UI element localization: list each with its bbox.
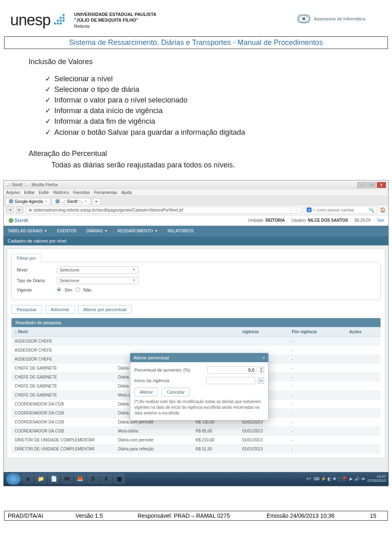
firefox-menubar[interactable]: ArquivoEditarExibirHistóricoFavoritosFer… (4, 189, 388, 196)
tray-icon[interactable]: 🕪 (361, 477, 365, 481)
taskbar-app-icon[interactable]: W (61, 474, 73, 484)
close-button[interactable]: ✕ (377, 182, 386, 188)
maximize-button[interactable]: ▭ (367, 182, 376, 188)
tray-icon[interactable]: 🔊 (354, 477, 359, 481)
radio-nao[interactable] (76, 287, 80, 292)
menubar-item[interactable]: Editar (24, 190, 35, 195)
menubar-item[interactable]: Ajuda (121, 190, 132, 195)
table-cell: - (289, 390, 346, 399)
taskbar-app-icon[interactable]: 📁 (35, 474, 47, 484)
unesp-wordmark: unesp (10, 11, 51, 29)
nav-item[interactable]: DIÁRIAS ▼ (82, 226, 111, 236)
taskbar-app-icon[interactable]: e (22, 474, 34, 484)
table-cell-actions (346, 381, 381, 390)
menubar-item[interactable]: Exibir (39, 190, 49, 195)
taskbar-app-icon[interactable]: X (100, 474, 112, 484)
nav-item[interactable]: TABELAS GERAIS ▼ (4, 226, 51, 236)
alterar-percentual-button[interactable]: Alterar por percentual (78, 305, 132, 314)
firefox-tabbar[interactable]: Google Agenda×..:: Sisrdt ::..×+ (4, 196, 388, 205)
pct-input[interactable] (207, 366, 256, 374)
new-tab-button[interactable]: + (92, 198, 100, 205)
tray-icon[interactable]: ◧ (327, 477, 331, 481)
lang-indicator[interactable]: PT (306, 477, 311, 481)
adicionar-button[interactable]: Adicionar (45, 305, 75, 314)
table-header[interactable]: Fim vigência (289, 327, 346, 337)
modal-close-button[interactable]: × (263, 355, 265, 360)
browser-tab[interactable]: Google Agenda× (5, 198, 50, 205)
pct-spinner[interactable]: ▲▼ (259, 367, 264, 373)
table-header[interactable] (192, 327, 239, 337)
table-cell (192, 336, 239, 345)
menubar-item[interactable]: Histórico (53, 190, 69, 195)
table-row[interactable]: DIRETOR DE UNIDADE COMPLEMENTARDiária co… (11, 435, 381, 444)
date-input[interactable] (206, 377, 255, 384)
content-area: Filtrar por Nível: Selecione▼ Tipo de Di… (7, 249, 385, 458)
table-header[interactable]: vigência (239, 327, 288, 337)
table-cell: - (289, 336, 346, 345)
taskbar-app-icon[interactable]: S (87, 474, 99, 484)
banner-text: Sistema de Ressarcimento, Diárias e Tran… (8, 38, 384, 47)
table-cell: DIRETOR DE UNIDADE COMPLEMENTAR (11, 444, 115, 453)
tipo-select[interactable]: Selecione▼ (57, 277, 138, 284)
tray-icon[interactable]: ⌨ (314, 477, 319, 481)
table-header[interactable]: Ações (346, 327, 381, 337)
url-input[interactable]: ⊕ sistemashomolog.reitoria.unesp.br/sisr… (26, 207, 301, 214)
unidade-value: REITORIA (265, 218, 285, 223)
nav-item[interactable]: EVENTOS (53, 226, 81, 236)
radio-sim[interactable] (57, 287, 61, 292)
table-cell: CHEFE DE GABINETE (11, 372, 115, 381)
tray-icon[interactable]: ▶ (350, 477, 353, 481)
sair-link[interactable]: Sair (377, 218, 384, 223)
table-row[interactable]: DIRETOR DE UNIDADE COMPLEMENTARDiária pa… (11, 444, 381, 453)
table-cell: COORDENADOR DA CGB (11, 417, 115, 426)
minimize-button[interactable]: – (357, 182, 366, 188)
start-button[interactable] (6, 473, 21, 485)
calendar-icon[interactable]: m (258, 377, 264, 384)
svg-rect-4 (60, 20, 62, 22)
table-header[interactable] (115, 327, 192, 337)
tray-icon[interactable]: 🚩 (343, 477, 348, 481)
search-icon[interactable]: 🔍 (369, 207, 374, 213)
pesquisar-button[interactable]: Pesquisar (11, 305, 42, 314)
check-item: Selecionar a nível (45, 73, 363, 84)
window-titlebar[interactable]: ..:: Sisrdt ::.. - Mozilla Firefox – ▭ ✕ (4, 180, 388, 189)
windows-taskbar[interactable]: e📁📄W🦊SX▦ PT ⌨⚡◧✱⬚🚩▶🔊🕪 14:07 07/05/2013 (4, 472, 388, 486)
nav-item[interactable]: RESSARCIMENTO ▼ (113, 226, 162, 236)
table-cell: CHEFE DE GABINETE (11, 381, 115, 390)
forward-button[interactable]: ► (16, 206, 23, 214)
alterar-percentual-modal: Alterar percentual × Percentual de aumen… (130, 353, 269, 421)
nivel-select[interactable]: Selecione▼ (57, 266, 138, 274)
table-row[interactable]: ASSESSOR CHEFE- (11, 336, 381, 345)
taskbar-app-icon[interactable]: 🦊 (74, 474, 86, 484)
taskbar-app-icon[interactable]: 📄 (48, 474, 60, 484)
bookmark-star-icon[interactable]: ☆ (290, 208, 293, 212)
menubar-item[interactable]: Arquivo (6, 190, 20, 195)
back-button[interactable]: ◄ (6, 206, 13, 214)
tray-clock[interactable]: 14:07 07/05/2013 (368, 475, 386, 483)
table-row[interactable]: COORDENADOR DA CGBMeia-diáriaR$ 65,0001/… (11, 426, 381, 435)
home-icon[interactable]: 🏠 (380, 207, 386, 213)
filter-tab[interactable]: Filtrar por (11, 254, 41, 262)
browser-tab[interactable]: ..:: Sisrdt ::..× (52, 198, 91, 205)
table-cell: 01/01/2013 (239, 426, 288, 435)
unesp-logo: unesp (10, 11, 67, 29)
search-box[interactable]: g ▾ como passar camisa 🔍 (304, 206, 377, 214)
menubar-item[interactable]: Ferramentas (94, 190, 117, 195)
modal-alterar-button[interactable]: Alterar (134, 388, 158, 396)
main-nav[interactable]: TABELAS GERAIS ▼EVENTOSDIÁRIAS ▼RESSARCI… (4, 226, 388, 236)
tab-close-icon[interactable]: × (45, 199, 47, 203)
footer-resp: Responsável: PRAD – RAMAL 0275 (134, 511, 263, 520)
page-footer: PRAD/DTA/AI Versão 1.5 Responsável: PRAD… (4, 511, 388, 521)
table-header[interactable]: Nível (11, 327, 115, 337)
modal-cancelar-button[interactable]: Cancelar (161, 388, 190, 396)
nav-item[interactable]: RELATÓRIOS (163, 226, 198, 236)
tray-icon[interactable]: ⬚ (338, 477, 341, 481)
bookmark-star2-icon[interactable]: ☆ (295, 208, 298, 212)
menubar-item[interactable]: Favoritos (73, 190, 90, 195)
table-cell: - (289, 399, 346, 408)
tray-icon[interactable]: ✱ (333, 477, 336, 481)
taskbar-app-icon[interactable]: ▦ (113, 474, 125, 484)
tray-icon[interactable]: ⚡ (321, 477, 326, 481)
tab-close-icon[interactable]: × (85, 199, 87, 203)
url-text: sistemashomolog.reitoria.unesp.br/sisrdt… (33, 208, 183, 212)
